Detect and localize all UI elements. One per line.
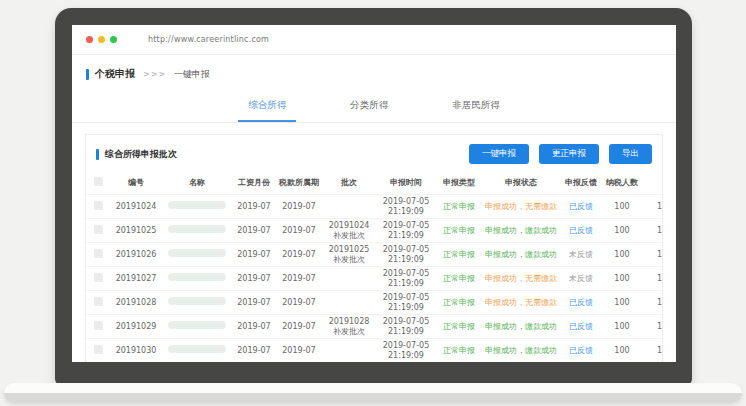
accent-bar-icon [96,149,99,160]
cell-tax-period: 2019-07 [276,346,322,356]
table-body: 20191024 2019-07 2019-07 2019-07-05 21:1… [86,194,663,362]
close-dot-icon[interactable] [86,36,93,43]
cell-batch: 20191024 补发批次 [322,221,376,241]
cell-feedback: 已反馈 [560,322,602,332]
cell-name [162,297,232,308]
breadcrumb: 个税申报 >>> 一键申报 [72,55,676,89]
cell-tax-period: 2019-07 [276,250,322,260]
header-申报反馈: 申报反馈 [560,178,602,188]
header-申报类型: 申报类型 [436,178,482,188]
cell-type: 正常申报 [436,202,482,212]
table-row[interactable]: 20191024 2019-07 2019-07 2019-07-05 21:1… [86,194,663,218]
button-更正申报[interactable]: 更正申报 [539,144,599,164]
cell-batch: 20191025 补发批次 [322,245,376,265]
header-纳税人数: 纳税人数 [602,178,642,188]
row-checkbox[interactable] [94,273,103,282]
row-checkbox[interactable] [94,297,103,306]
header-税款所属期: 税款所属期 [276,178,322,188]
table-row[interactable]: 20191027 2019-07 2019-07 2019-07-05 21:1… [86,266,663,290]
cell-time: 2019-07-05 21:19:09 [376,341,436,361]
cell-time: 2019-07-05 21:19:09 [376,221,436,241]
cell-clipped: 11 [642,202,663,212]
cell-salary-month: 2019-07 [232,250,276,260]
breadcrumb-separator: >>> [143,70,166,79]
cell-status: 申报成功，无需缴款 [482,298,560,308]
cell-feedback: 未反馈 [560,250,602,260]
cell-id: 20191025 [110,226,162,236]
header-工资月份: 工资月份 [232,178,276,188]
cell-tax-period: 2019-07 [276,226,322,236]
cell-time: 2019-07-05 21:19:09 [376,197,436,217]
zoom-dot-icon[interactable] [110,36,117,43]
row-checkbox[interactable] [94,345,103,354]
cell-status: 申报成功，缴款成功 [482,322,560,332]
tab-综合所得[interactable]: 综合所得 [238,93,296,122]
cell-tax-period: 2019-07 [276,274,322,284]
select-all-checkbox[interactable] [94,177,103,186]
table-row[interactable]: 20191025 2019-07 2019-07 20191024 补发批次 2… [86,218,663,242]
row-checkbox[interactable] [94,201,103,210]
browser-titlebar: http://www.careerintlinc.com [72,25,676,55]
cell-feedback: 已反馈 [560,346,602,356]
table-header-row: 编号名称工资月份税款所属期批次申报时间申报类型申报状态申报反馈纳税人数 [86,172,663,194]
cell-time: 2019-07-05 21:19:09 [376,317,436,337]
cell-taxpayers: 100 [602,346,642,356]
cell-status: 申报成功，无需缴款 [482,202,560,212]
page-title: 个税申报 [95,67,135,81]
cell-name [162,321,232,332]
cell-feedback: 已反馈 [560,226,602,236]
cell-status: 申报成功，缴款成功 [482,226,560,236]
header-申报状态: 申报状态 [482,178,560,188]
cell-id: 20191026 [110,250,162,260]
cell-feedback: 已反馈 [560,202,602,212]
cell-clipped: 11 [642,298,663,308]
cell-clipped: 11 [642,250,663,260]
card-header: 综合所得申报批次 一键申报更正申报导出 [86,135,662,172]
table-row[interactable]: 20191030 2019-07 2019-07 2019-07-05 21:1… [86,338,663,362]
cell-taxpayers: 100 [602,250,642,260]
cell-feedback: 已反馈 [560,298,602,308]
tab-非居民所得[interactable]: 非居民所得 [442,93,510,122]
minimize-dot-icon[interactable] [98,36,105,43]
cell-id: 20191030 [110,346,162,356]
cell-clipped: 11 [642,226,663,236]
row-checkbox[interactable] [94,321,103,330]
cell-clipped: 11 [642,274,663,284]
cell-batch: 20191028 补发批次 [322,317,376,337]
table-row[interactable]: 20191028 2019-07 2019-07 2019-07-05 21:1… [86,290,663,314]
tab-分类所得[interactable]: 分类所得 [340,93,398,122]
cell-feedback: 未反馈 [560,274,602,284]
section-title-label: 综合所得申报批次 [105,148,177,161]
table-row[interactable]: 20191026 2019-07 2019-07 20191025 补发批次 2… [86,242,663,266]
row-checkbox[interactable] [94,225,103,234]
cell-id: 20191027 [110,274,162,284]
cell-type: 正常申报 [436,226,482,236]
cell-salary-month: 2019-07 [232,274,276,284]
name-placeholder [168,321,226,329]
row-checkbox[interactable] [94,249,103,258]
button-一键申报[interactable]: 一键申报 [469,144,529,164]
table-row[interactable]: 20191029 2019-07 2019-07 20191028 补发批次 2… [86,314,663,338]
button-导出[interactable]: 导出 [609,144,652,164]
cell-taxpayers: 100 [602,226,642,236]
cell-type: 正常申报 [436,250,482,260]
cell-tax-period: 2019-07 [276,202,322,212]
cell-taxpayers: 100 [602,298,642,308]
cell-tax-period: 2019-07 [276,322,322,332]
cell-name [162,249,232,260]
cell-name [162,201,232,212]
batch-list-card: 综合所得申报批次 一键申报更正申报导出 编号名称工资月份税款所属期批次申报时间申… [85,134,663,362]
breadcrumb-current: 一键申报 [174,68,210,81]
section-title: 综合所得申报批次 [96,148,177,161]
cell-time: 2019-07-05 21:19:09 [376,245,436,265]
cell-type: 正常申报 [436,274,482,284]
accent-bar-icon [86,69,89,80]
cell-type: 正常申报 [436,322,482,332]
name-placeholder [168,249,226,257]
batch-table: 编号名称工资月份税款所属期批次申报时间申报类型申报状态申报反馈纳税人数 2019… [86,172,663,362]
header-申报时间: 申报时间 [376,178,436,188]
cell-clipped: 11 [642,322,663,332]
header-批次: 批次 [322,178,376,188]
header-名称: 名称 [162,178,232,188]
url-text[interactable]: http://www.careerintlinc.com [148,35,269,44]
